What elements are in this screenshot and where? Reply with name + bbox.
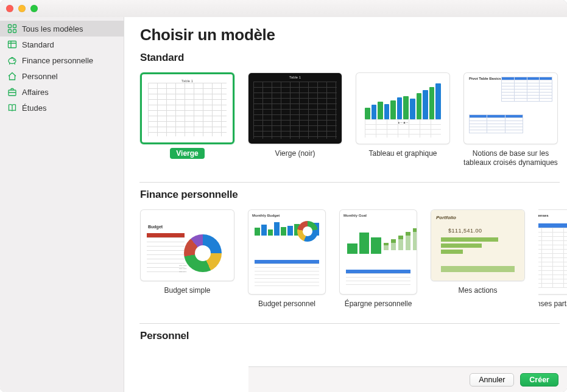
thumb-title: Pivot Table Basics	[469, 77, 501, 80]
categories-sidebar: Tous les modèles Standard Finance person…	[0, 17, 124, 392]
template-label: Dépenses partagées	[538, 299, 567, 309]
template-thumbnail: ■ ─ ■ ─	[356, 72, 450, 144]
window-titlebar	[0, 0, 567, 17]
template-label: Tableau et graphique	[368, 149, 437, 158]
home-icon	[7, 71, 17, 81]
button-label: Annuler	[479, 376, 505, 384]
sidebar-item-personal-finance[interactable]: Finance personnelle	[0, 52, 124, 68]
svg-rect-15	[391, 239, 396, 243]
section-divider	[139, 323, 560, 324]
sidebar-item-label: Finance personnelle	[22, 56, 93, 65]
svg-rect-20	[413, 232, 417, 250]
template-label: Mes actions	[458, 286, 497, 295]
template-label: Vierge	[170, 149, 204, 158]
svg-rect-1	[13, 25, 16, 28]
section-heading-standard: Standard	[140, 52, 567, 64]
thumb-value: $111,541.00	[448, 228, 519, 234]
thumb-subtitle: Table 1	[146, 79, 229, 83]
thumb-title: Portfolio	[436, 215, 519, 220]
sidebar-item-standard[interactable]: Standard	[0, 37, 124, 52]
templates-row-finance: Budget ── ──── ──── ── Budget simple Mon…	[140, 209, 567, 312]
content-area: Choisir un modèle Standard Table 1 Vierg…	[124, 17, 567, 392]
template-label: Budget simple	[164, 286, 210, 295]
template-thumbnail: Table 1	[140, 72, 234, 144]
section-divider	[139, 182, 560, 183]
template-thumbnail: Pivot Table Basics	[463, 72, 558, 144]
template-thumbnail: Monthly Goal	[339, 209, 417, 295]
sidebar-item-all-templates[interactable]: Tous les modèles	[0, 21, 124, 37]
grid-icon	[7, 24, 17, 33]
sidebar-item-label: Standard	[22, 40, 54, 49]
thumb-title: Monthly Budget	[252, 214, 322, 217]
template-simple-budget[interactable]: Budget ── ──── ──── ── Budget simple	[140, 209, 234, 309]
template-blank-dark[interactable]: Table 1 Vierge (noir)	[248, 72, 342, 167]
sidebar-item-label: Études	[22, 103, 46, 113]
svg-rect-2	[9, 30, 12, 33]
template-blank[interactable]: Table 1 Vierge	[140, 72, 234, 167]
template-scroll-area[interactable]: Choisir un modèle Standard Table 1 Vierg…	[124, 17, 567, 392]
traffic-lights	[6, 5, 38, 12]
piggy-bank-icon	[7, 55, 17, 65]
svg-rect-14	[391, 243, 396, 250]
cancel-button[interactable]: Annuler	[470, 373, 514, 387]
template-thumbnail: Portfolio $111,541.00	[431, 209, 525, 281]
thumb-title: Budget	[148, 225, 163, 229]
thumb-title: Shared Expenses	[538, 214, 567, 217]
svg-rect-16	[398, 239, 403, 250]
template-personal-budget[interactable]: Monthly Budget	[248, 209, 326, 309]
template-table-and-chart[interactable]: ■ ─ ■ ─ Tableau et graphique	[356, 72, 450, 167]
svg-rect-13	[384, 243, 389, 245]
svg-rect-4	[9, 41, 16, 48]
svg-rect-17	[398, 236, 403, 239]
zoom-window-button[interactable]	[30, 5, 38, 12]
close-window-button[interactable]	[6, 5, 13, 12]
template-thumbnail: Shared Expenses	[538, 209, 567, 295]
sidebar-item-label: Personnel	[22, 72, 58, 81]
templates-row-standard: Table 1 Vierge Table 1 Vierge (noir)	[140, 72, 567, 171]
svg-rect-12	[384, 245, 389, 250]
sidebar-item-education[interactable]: Études	[0, 100, 124, 116]
thumb-subtitle: Table 1	[248, 75, 342, 79]
sidebar-item-label: Tous les modèles	[22, 24, 83, 33]
sidebar-item-personal[interactable]: Personnel	[0, 68, 124, 84]
svg-point-8	[13, 60, 14, 60]
section-heading-finance: Finance personnelle	[140, 189, 567, 201]
template-label: Vierge (noir)	[275, 149, 315, 158]
window-body: Tous les modèles Standard Finance person…	[0, 17, 567, 392]
template-shared-expenses[interactable]: Shared Expenses Dépenses partagées	[538, 209, 567, 309]
book-icon	[7, 103, 17, 113]
template-personal-savings[interactable]: Monthly Goal	[339, 209, 417, 309]
svg-rect-0	[9, 25, 12, 28]
svg-rect-3	[13, 30, 16, 33]
template-thumbnail: Budget ── ──── ──── ──	[140, 209, 234, 281]
create-button[interactable]: Créer	[520, 373, 558, 387]
template-label: Notions de base sur les tableaux croisés…	[463, 149, 558, 167]
table-icon	[7, 40, 17, 49]
template-chooser-window: Tous les modèles Standard Finance person…	[0, 0, 567, 392]
svg-point-7	[9, 58, 16, 64]
svg-rect-18	[406, 236, 410, 250]
page-title: Choisir un modèle	[140, 26, 567, 44]
template-label: Budget personnel	[258, 299, 315, 309]
template-label: Épargne personnelle	[345, 299, 412, 309]
template-pivot-basics[interactable]: Pivot Table Basics	[463, 72, 558, 167]
sidebar-item-label: Affaires	[22, 88, 49, 97]
footer-bar: Annuler Créer	[248, 366, 567, 392]
briefcase-icon	[7, 87, 17, 97]
template-my-stocks[interactable]: Portfolio $111,541.00	[431, 209, 525, 309]
svg-rect-21	[413, 228, 417, 232]
template-thumbnail: Table 1	[248, 72, 342, 144]
template-thumbnail: Monthly Budget	[248, 209, 326, 295]
thumb-title: Monthly Goal	[343, 214, 413, 217]
minimize-window-button[interactable]	[18, 5, 26, 12]
sidebar-item-business[interactable]: Affaires	[0, 84, 124, 100]
svg-rect-19	[406, 232, 410, 236]
section-heading-personnel: Personnel	[140, 330, 567, 342]
button-label: Créer	[529, 376, 549, 384]
